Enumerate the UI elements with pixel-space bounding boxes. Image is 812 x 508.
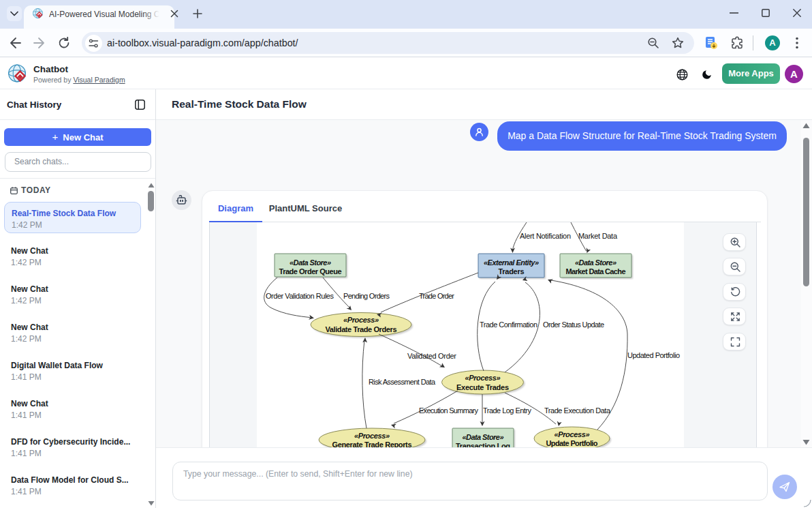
svg-text:Risk Assessment Data: Risk Assessment Data <box>369 378 436 386</box>
svg-text:Validate Trade Orders: Validate Trade Orders <box>326 325 397 333</box>
svg-text:Generate Trade Reports: Generate Trade Reports <box>332 440 412 447</box>
svg-text:«Process»: «Process» <box>465 374 501 382</box>
svg-text:Alert Notification: Alert Notification <box>520 232 571 240</box>
svg-text:Update Portfolio: Update Portfolio <box>546 439 598 447</box>
svg-text:«External Entity»: «External Entity» <box>484 258 539 267</box>
svg-text:Transaction Log: Transaction Log <box>456 442 510 447</box>
svg-text:Trade Execution Data: Trade Execution Data <box>544 406 611 415</box>
svg-text:Market Data Cache: Market Data Cache <box>566 267 626 275</box>
svg-text:«Process»: «Process» <box>555 430 590 438</box>
svg-text:Order Status Update: Order Status Update <box>543 320 604 329</box>
svg-text:Trade Order Queue: Trade Order Queue <box>279 267 342 275</box>
svg-text:Trade Confirmation: Trade Confirmation <box>480 320 537 329</box>
svg-text:Trade Log Entry: Trade Log Entry <box>483 406 532 415</box>
svg-text:Market Data: Market Data <box>578 232 618 240</box>
svg-text:«Data Store»: «Data Store» <box>290 258 331 267</box>
svg-text:«Data Store»: «Data Store» <box>575 258 616 267</box>
svg-text:Trade Order: Trade Order <box>419 292 454 300</box>
svg-text:Traders: Traders <box>499 267 525 275</box>
svg-text:Validated Order: Validated Order <box>407 352 456 360</box>
svg-text:Updated Portfolio: Updated Portfolio <box>627 351 680 359</box>
svg-text:«Process»: «Process» <box>343 316 379 324</box>
svg-text:Execute Trades: Execute Trades <box>456 383 509 391</box>
svg-text:«Data Store»: «Data Store» <box>463 433 504 441</box>
svg-text:Order Validation Rules: Order Validation Rules <box>266 292 334 300</box>
svg-text:Pending Orders: Pending Orders <box>343 292 390 300</box>
svg-text:«Process»: «Process» <box>354 432 390 440</box>
svg-text:Execution Summary: Execution Summary <box>419 406 479 415</box>
